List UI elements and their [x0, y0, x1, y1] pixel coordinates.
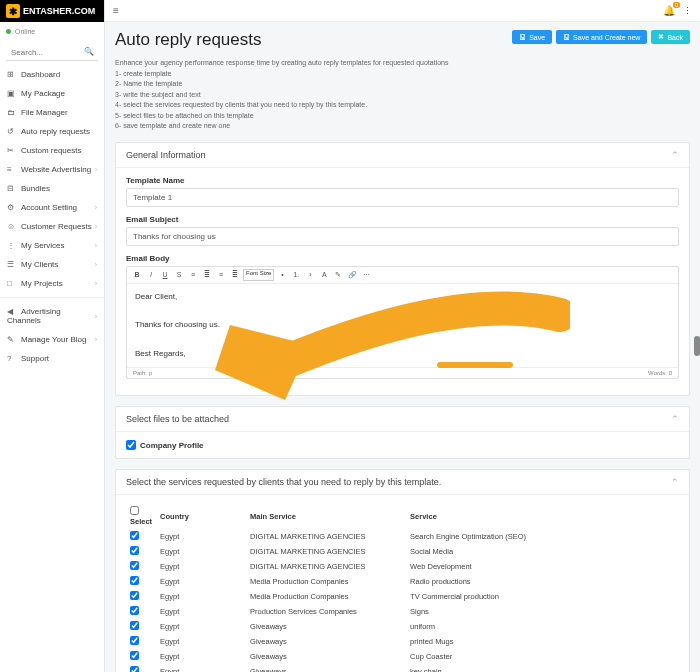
template-name-input[interactable] [126, 188, 679, 207]
save-button[interactable]: 🖫Save [512, 30, 552, 44]
sidebar-item-customer-requests[interactable]: ☺Customer Requests› [0, 217, 104, 236]
sidebar-item-account-setting[interactable]: ⚙Account Setting› [0, 198, 104, 217]
row-checkbox[interactable] [130, 651, 139, 660]
sidebar-item-my-projects[interactable]: □My Projects› [0, 274, 104, 293]
row-checkbox[interactable] [130, 546, 139, 555]
hamburger-icon[interactable]: ≡ [113, 5, 119, 16]
main-service-header: Main Service [246, 503, 406, 529]
services-header[interactable]: Select the services requested by clients… [116, 470, 689, 495]
row-checkbox[interactable] [130, 621, 139, 630]
align-center-button[interactable]: ≣ [201, 269, 213, 281]
company-profile-checkbox[interactable]: Company Profile [126, 440, 679, 450]
nav-label: File Manager [21, 108, 68, 117]
chevron-right-icon: › [95, 336, 97, 343]
search-icon[interactable]: 🔍 [84, 47, 94, 56]
email-body-label: Email Body [126, 254, 679, 263]
save-create-new-button[interactable]: 🖫Save and Create new [556, 30, 647, 44]
link-button[interactable]: 🔗 [346, 269, 358, 281]
row-checkbox[interactable] [130, 636, 139, 645]
user-menu-icon[interactable]: ⋮ [683, 6, 692, 16]
general-info-header[interactable]: General Information⌃ [116, 143, 689, 168]
chevron-right-icon: › [95, 280, 97, 287]
nav-label: Manage Your Blog [21, 335, 86, 344]
underline-button[interactable]: U [159, 269, 171, 281]
indent-button[interactable]: › [304, 269, 316, 281]
list-number-button[interactable]: 1. [290, 269, 302, 281]
strike-button[interactable]: S [173, 269, 185, 281]
text-color-button[interactable]: A [318, 269, 330, 281]
nav-icon: ⋮ [7, 241, 16, 250]
scrollbar-indicator[interactable] [694, 336, 700, 356]
country-cell: Egypt [156, 634, 246, 649]
italic-button[interactable]: I [145, 269, 157, 281]
align-justify-button[interactable]: ≣ [229, 269, 241, 281]
chevron-right-icon: › [95, 204, 97, 211]
sidebar-item-dashboard[interactable]: ⊞Dashboard [0, 65, 104, 84]
row-checkbox[interactable] [130, 666, 139, 672]
country-cell: Egypt [156, 649, 246, 664]
table-row: EgyptDIGITAL MARKETING AGENCIESSocial Me… [126, 544, 679, 559]
nav-label: Dashboard [21, 70, 60, 79]
main-service-cell: DIGITAL MARKETING AGENCIES [246, 529, 406, 544]
align-left-button[interactable]: ≡ [187, 269, 199, 281]
nav-label: Account Setting [21, 203, 77, 212]
main-service-cell: Media Production Companies [246, 574, 406, 589]
company-profile-check[interactable] [126, 440, 136, 450]
nav-icon: ☰ [7, 260, 16, 269]
country-cell: Egypt [156, 529, 246, 544]
list-bullet-button[interactable]: • [276, 269, 288, 281]
editor-body[interactable]: Dear Client, Thanks for choosing us. Bes… [127, 284, 678, 368]
country-cell: Egypt [156, 544, 246, 559]
country-cell: Egypt [156, 574, 246, 589]
sidebar-item-support[interactable]: ?Support [0, 349, 104, 368]
sidebar-item-my-package[interactable]: ▣My Package [0, 84, 104, 103]
chevron-right-icon: › [95, 242, 97, 249]
sidebar-item-manage-your-blog[interactable]: ✎Manage Your Blog› [0, 330, 104, 349]
table-row: EgyptMedia Production CompaniesRadio pro… [126, 574, 679, 589]
row-checkbox[interactable] [130, 561, 139, 570]
nav-label: Support [21, 354, 49, 363]
sidebar-item-my-services[interactable]: ⋮My Services› [0, 236, 104, 255]
sidebar-item-bundles[interactable]: ⊟Bundles [0, 179, 104, 198]
sidebar-item-website-advertising[interactable]: ≡Website Advertising› [0, 160, 104, 179]
align-right-button[interactable]: ≡ [215, 269, 227, 281]
main-service-cell: Giveaways [246, 634, 406, 649]
nav-icon: ≡ [7, 165, 16, 174]
main-service-cell: Giveaways [246, 649, 406, 664]
row-checkbox[interactable] [130, 591, 139, 600]
logo[interactable]: ✱ ENTASHER.COM [0, 0, 104, 22]
template-name-label: Template Name [126, 176, 679, 185]
select-all-checkbox[interactable] [130, 506, 139, 515]
sidebar-item-advertising-channels[interactable]: ◀Advertising Channels› [0, 302, 104, 330]
table-row: EgyptGiveawaysuniform [126, 619, 679, 634]
nav-icon: ✎ [7, 335, 16, 344]
bold-button[interactable]: B [131, 269, 143, 281]
editor-toolbar: B I U S ≡ ≣ ≡ ≣ Font Size • 1. › [127, 267, 678, 284]
sidebar-item-auto-reply-requests[interactable]: ↺Auto reply requests [0, 122, 104, 141]
back-button[interactable]: ✖Back [651, 30, 690, 44]
table-row: EgyptGiveawayskey chain [126, 664, 679, 672]
font-size-select[interactable]: Font Size [243, 269, 274, 281]
attachments-header[interactable]: Select files to be attached⌃ [116, 407, 689, 432]
collapse-icon: ⌃ [671, 150, 679, 160]
row-checkbox[interactable] [130, 606, 139, 615]
row-checkbox[interactable] [130, 531, 139, 540]
topbar-icons: 🔔0 ⋮ [663, 5, 692, 16]
nav-menu: ⊞Dashboard▣My Package🗀File Manager↺Auto … [0, 65, 104, 672]
row-checkbox[interactable] [130, 576, 139, 585]
main-service-cell: Giveaways [246, 664, 406, 672]
sidebar-item-file-manager[interactable]: 🗀File Manager [0, 103, 104, 122]
country-cell: Egypt [156, 604, 246, 619]
notifications-icon[interactable]: 🔔0 [663, 5, 675, 16]
country-cell: Egypt [156, 559, 246, 574]
chevron-right-icon: › [95, 223, 97, 230]
sidebar-item-custom-requests[interactable]: ✂Custom requests [0, 141, 104, 160]
sidebar-item-my-clients[interactable]: ☰My Clients› [0, 255, 104, 274]
status-dot-icon [6, 29, 11, 34]
bg-color-button[interactable]: ✎ [332, 269, 344, 281]
service-cell: Social Media [406, 544, 679, 559]
more-button[interactable]: ⋯ [360, 269, 372, 281]
email-subject-input[interactable] [126, 227, 679, 246]
chevron-right-icon: › [95, 313, 97, 320]
nav-label: My Projects [21, 279, 63, 288]
